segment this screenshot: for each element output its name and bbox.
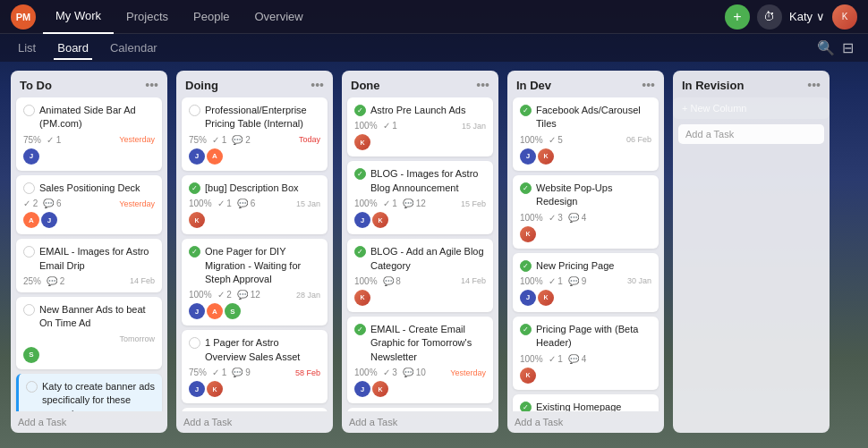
card-checkbox[interactable]: ✓ (354, 168, 366, 180)
card[interactable]: Professional/Enterprise Pricing Table (I… (182, 97, 328, 171)
comments-count: 💬 12 (403, 199, 426, 208)
nav-item-overview[interactable]: Overview (243, 0, 316, 34)
card-header-row: ✓One Pager for DIY Migration - Waiting f… (189, 245, 320, 286)
checks-count: ✓ 1 (383, 199, 397, 208)
avatar[interactable]: K (832, 4, 857, 30)
card-checkbox[interactable]: ✓ (354, 105, 366, 116)
card[interactable]: ✓Astro Pre Launch Ads100%✓ 115 JanK (347, 97, 493, 156)
card-avatars: S (23, 347, 155, 363)
card-meta: 75%✓ 1💬 958 Feb (189, 368, 320, 377)
comments-count: 💬 4 (568, 354, 586, 364)
column-title-doing: Doing (185, 79, 218, 92)
column-menu-done[interactable]: ••• (476, 78, 489, 92)
card-checkbox[interactable] (23, 182, 35, 194)
comments-count: 💬 8 (383, 276, 401, 286)
checks-count: ✓ 1 (217, 199, 232, 208)
card[interactable]: ✓BLOG - Images for Astro Blog Announceme… (347, 161, 493, 234)
card-checkbox[interactable] (26, 381, 38, 393)
add-task-button-todo[interactable]: Add a Task (11, 411, 167, 433)
add-task-button-doing[interactable]: Add a Task (176, 411, 333, 433)
card[interactable]: ✓One Pager for DIY Migration - Waiting f… (182, 239, 328, 325)
card-progress: 75%✓ 1 (23, 135, 61, 145)
column-body-done: ✓Astro Pre Launch Ads100%✓ 115 JanK✓BLOG… (342, 97, 498, 411)
card-checkbox[interactable] (189, 105, 200, 116)
board: To Do•••Animated Side Bar Ad (PM.com)75%… (0, 62, 868, 442)
card-checkbox[interactable]: ✓ (520, 402, 532, 411)
card[interactable]: EMAIL - Images for Astro Email Drip25%💬 … (16, 239, 162, 292)
add-button[interactable]: + (725, 4, 750, 30)
card-title: BLOG - Add an Agile Blog Category (370, 245, 486, 273)
card-checkbox[interactable]: ✓ (520, 260, 532, 272)
avatar: K (354, 134, 370, 150)
card[interactable]: New Banner Ads to beat On Time AdTomorro… (16, 297, 162, 369)
card-checkbox[interactable] (23, 246, 35, 258)
card-checkbox[interactable]: ✓ (520, 105, 532, 116)
nav-right: + ⏱ Katy ∨ K (725, 4, 857, 30)
nav-item-mywork[interactable]: My Work (43, 0, 114, 34)
card-meta: 25%💬 214 Feb (23, 276, 155, 286)
card-checkbox[interactable]: ✓ (354, 246, 366, 258)
card-checkbox[interactable]: ✓ (189, 246, 200, 258)
tab-board[interactable]: Board (54, 39, 92, 56)
search-icon[interactable]: 🔍 (817, 39, 835, 56)
card[interactable]: 1 Pager for Astro Overview Sales Asset75… (182, 330, 328, 403)
card-avatars: JK (189, 381, 320, 397)
app-logo[interactable]: PM (11, 4, 36, 30)
card-checkbox[interactable]: ✓ (520, 324, 532, 335)
card-avatars: JK (354, 212, 486, 228)
checks-count: ✓ 1 (212, 135, 226, 145)
add-task-input[interactable]: Add a Task (678, 124, 824, 144)
nav-item-projects[interactable]: Projects (114, 0, 181, 34)
column-body-indev: ✓Facebook Ads/Carousel Tiles100%✓ 506 Fe… (507, 97, 664, 411)
card-checkbox[interactable]: ✓ (354, 324, 366, 335)
nav-item-people[interactable]: People (181, 0, 242, 34)
comments-count: 💬 9 (568, 276, 586, 286)
card-meta: ✓ 2💬 6Yesterday (23, 199, 155, 208)
card[interactable]: ✓Pricing Page with (Beta Header)100%✓ 1💬… (513, 317, 659, 390)
column-menu-doing[interactable]: ••• (311, 78, 324, 92)
card-checkbox[interactable] (23, 304, 35, 316)
column-menu-inrevision[interactable]: ••• (807, 78, 821, 92)
avatar: S (225, 303, 241, 319)
card-header-row: ✓Website Pop-Ups Redesign (520, 182, 651, 209)
column-menu-indev[interactable]: ••• (642, 78, 655, 92)
card-checkbox[interactable]: ✓ (189, 182, 200, 194)
card-progress: 100%✓ 3💬 10 (354, 368, 426, 377)
card-header-row: New Banner Ads to beat On Time Ad (23, 303, 155, 331)
user-menu[interactable]: Katy ∨ (789, 10, 825, 23)
tab-list[interactable]: List (14, 39, 39, 56)
avatar: J (189, 303, 205, 319)
card[interactable]: ✓BLOG - Add an Agile Blog Category100%💬 … (347, 239, 493, 312)
avatar: J (354, 381, 370, 397)
column-menu-todo[interactable]: ••• (145, 78, 158, 92)
comments-count: 💬 2 (232, 135, 250, 145)
card-header-row: EMAIL - Images for Astro Email Drip (23, 245, 155, 273)
card-checkbox[interactable] (23, 105, 35, 116)
clock-button[interactable]: ⏱ (757, 4, 782, 30)
column-body-todo: Animated Side Bar Ad (PM.com)75%✓ 1Yeste… (11, 97, 167, 411)
new-column-button[interactable]: + New Column (673, 97, 830, 119)
card-checkbox[interactable]: ✓ (520, 182, 532, 194)
toolbar-right: 🔍 ⊟ (817, 39, 854, 56)
tab-calendar[interactable]: Calendar (106, 39, 161, 56)
card-date: 28 Jan (296, 291, 320, 300)
card[interactable]: ✓Existing Homepage Clean-Up100%✓ 302 Jan… (513, 394, 659, 411)
add-task-button-indev[interactable]: Add a Task (507, 411, 664, 433)
card[interactable]: ✓EMAIL - Create Email Graphic for Tomorr… (347, 317, 493, 403)
card[interactable]: ✓[bug] Description Box100%✓ 1💬 615 JanK (182, 175, 328, 234)
card[interactable]: Sales Positioning Deck✓ 2💬 6YesterdayAJ (16, 175, 162, 234)
add-task-button-done[interactable]: Add a Task (342, 411, 498, 433)
card[interactable]: ✓Website Pop-Ups Redesign100%✓ 3💬 4K (513, 175, 659, 249)
card[interactable]: Animated Side Bar Ad (PM.com)75%✓ 1Yeste… (16, 97, 162, 171)
card-checkbox[interactable] (189, 337, 200, 349)
card[interactable]: ✓Facebook Ads/Carousel Tiles100%✓ 506 Fe… (513, 97, 659, 171)
card-date: Yesterday (119, 135, 155, 144)
card[interactable]: ✓New Pricing Page100%✓ 1💬 930 JanJK (513, 253, 659, 312)
card-meta: 100%✓ 506 Feb (520, 135, 651, 145)
card[interactable]: Katy to create banner ads specifically f… (16, 374, 162, 411)
column-todo: To Do•••Animated Side Bar Ad (PM.com)75%… (11, 71, 167, 433)
card-title: Existing Homepage Clean-Up (536, 401, 651, 411)
filter-icon[interactable]: ⊟ (842, 39, 854, 56)
card-header-row: Animated Side Bar Ad (PM.com) (23, 104, 155, 131)
card-date: 15 Jan (296, 199, 320, 208)
